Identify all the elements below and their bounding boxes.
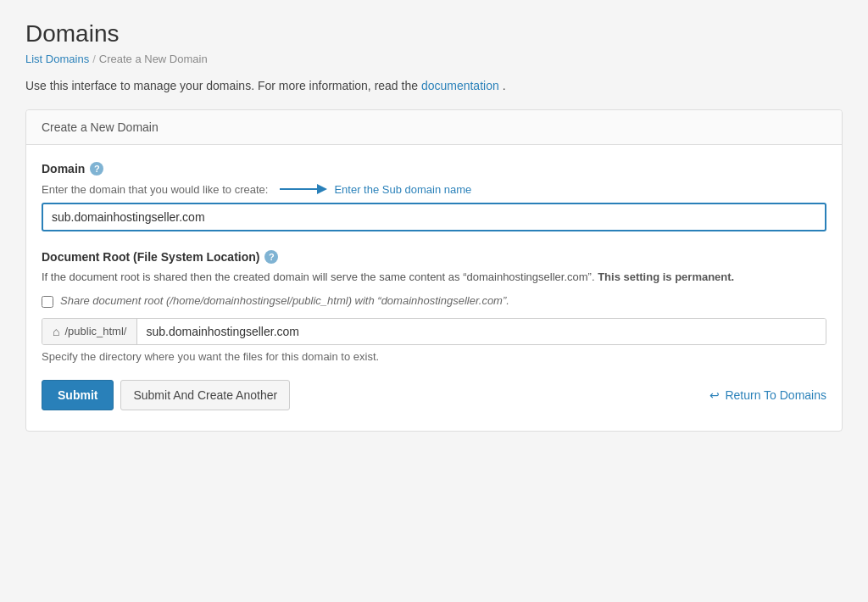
doc-root-label: Document Root (File System Location) ? [42,250,826,264]
documentation-link[interactable]: documentation [421,79,499,92]
doc-root-prefix-text: /public_html/ [64,325,126,337]
annotation-arrow-icon [278,181,329,198]
doc-root-help-icon[interactable]: ? [264,250,278,264]
domain-field-label: Domain ? [42,162,826,176]
return-label: Return To Domains [725,388,826,402]
card-header: Create a New Domain [26,110,842,145]
breadcrumb-separator: / [92,53,96,65]
actions-row: Submit Submit And Create Another ↩ Retur… [42,380,826,410]
doc-root-description: If the document root is shared then the … [42,269,826,286]
share-doc-root-checkbox[interactable] [42,296,53,308]
house-icon: ⌂ [53,325,59,338]
breadcrumb: List Domains / Create a New Domain [25,53,843,65]
domain-help-icon[interactable]: ? [90,162,103,176]
doc-root-input-group: ⌂ /public_html/ [42,318,826,345]
doc-root-desc-bold: This setting is permanent. [598,270,734,283]
domain-label-text: Domain [42,162,85,176]
card-body: Domain ? Enter the domain that you would… [26,145,842,431]
doc-root-prefix: ⌂ /public_html/ [42,319,137,344]
domain-annotation-text: Enter the Sub domain name [334,183,471,196]
doc-root-input[interactable] [137,319,826,344]
return-to-domains-link[interactable]: ↩ Return To Domains [709,388,826,402]
breadcrumb-current: Create a New Domain [99,53,208,65]
page-title: Domains [25,20,843,47]
submit-another-button[interactable]: Submit And Create Another [120,380,290,410]
domain-input[interactable] [42,203,826,231]
share-doc-root-label[interactable]: Share document root (/home/domainhosting… [60,294,509,307]
intro-text-before: Use this interface to manage your domain… [25,79,418,92]
breadcrumb-list-link[interactable]: List Domains [25,53,89,65]
doc-root-hint: Specify the directory where you want the… [42,350,826,363]
create-domain-card: Create a New Domain Domain ? Enter the d… [25,109,843,432]
doc-root-label-text: Document Root (File System Location) [42,250,259,264]
submit-button[interactable]: Submit [42,380,114,410]
page-container: Domains List Domains / Create a New Doma… [0,0,868,602]
domain-annotation-area: Enter the domain that you would like to … [42,181,826,198]
return-arrow-icon: ↩ [709,388,720,402]
domain-description: Enter the domain that you would like to … [42,183,268,196]
intro-text-after: . [503,79,506,92]
intro-text: Use this interface to manage your domain… [25,79,843,92]
doc-root-section: Document Root (File System Location) ? I… [42,250,826,363]
domain-field-section: Domain ? Enter the domain that you would… [42,162,826,231]
doc-root-desc-prefix: If the document root is shared then the … [42,270,595,283]
share-doc-root-row: Share document root (/home/domainhosting… [42,294,826,308]
